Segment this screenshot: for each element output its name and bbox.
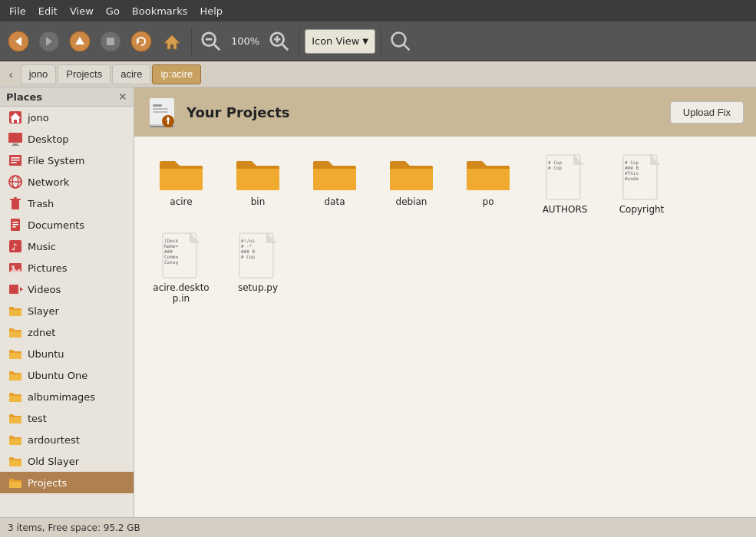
sidebar-item-trash[interactable]: Trash (0, 193, 134, 214)
svg-marker-10 (164, 35, 180, 49)
sidebar-label-projects: Projects (28, 477, 67, 489)
file-item-copyright[interactable]: # Cop ### B #This #unde Copyright (607, 149, 676, 219)
sidebar-item-network[interactable]: Network (0, 171, 134, 193)
content-header: Your Projects Upload Fix (134, 87, 756, 137)
folder-icon-old-slayer (8, 453, 23, 469)
sidebar-item-jono[interactable]: jono (0, 107, 134, 128)
svg-point-42 (12, 265, 15, 268)
folder-label-po: po (483, 196, 494, 207)
folder-item-debian[interactable]: debian (377, 149, 446, 219)
menu-edit[interactable]: Edit (32, 4, 64, 18)
sidebar-header-label: Places (6, 91, 42, 103)
svg-text:Comme: Comme (164, 254, 178, 259)
files-grid: acire bin data (134, 137, 756, 321)
sidebar-close-button[interactable]: ✕ (118, 91, 127, 103)
sidebar-item-projects[interactable]: Projects (0, 472, 134, 493)
folder-item-po[interactable]: po (454, 149, 523, 219)
up-button[interactable] (66, 28, 94, 55)
toolbar: 100% Icon View ▼ (0, 21, 756, 61)
menu-go[interactable]: Go (100, 4, 126, 18)
svg-text:Categ: Categ (164, 259, 178, 265)
svg-rect-50 (153, 108, 168, 110)
sidebar-item-documents[interactable]: Documents (0, 214, 134, 236)
music-icon: ♪ (8, 239, 23, 254)
svg-point-18 (392, 32, 406, 46)
svg-rect-44 (9, 285, 18, 294)
locationbar: ‹ jono Projects acire ip:acire (0, 61, 756, 87)
folder-icon-data (312, 153, 358, 193)
sidebar-item-old-slayer[interactable]: Old Slayer (0, 450, 134, 472)
breadcrumb-jono[interactable]: jono (21, 64, 57, 84)
folder-icon-bin (235, 153, 281, 193)
sidebar-item-music[interactable]: ♪ Music (0, 236, 134, 257)
doc-icon-copyright: # Cop ### B #This #unde (622, 153, 662, 201)
svg-text:# -*: # -* (241, 243, 253, 249)
back-nav-button[interactable]: ‹ (3, 65, 19, 84)
file-item-acire-desktop[interactable]: [Desk Name= ### Comme Categ acire.deskto… (147, 227, 216, 308)
reload-button[interactable] (127, 28, 155, 55)
folder-item-data[interactable]: data (300, 149, 369, 219)
file-item-setup-py[interactable]: #!/us # -* ### B # Cop setup.py (223, 227, 292, 308)
sidebar-item-videos[interactable]: Videos (0, 278, 134, 300)
folder-icon-acire (158, 153, 204, 193)
file-label-copyright: Copyright (619, 204, 665, 215)
sidebar-item-desktop[interactable]: Desktop (0, 128, 134, 150)
sidebar-item-ardourtest[interactable]: ardourtest (0, 429, 134, 450)
sidebar-item-pictures[interactable]: Pictures (0, 257, 134, 278)
svg-rect-26 (11, 157, 20, 159)
svg-text:###: ### (164, 249, 173, 254)
sidebar-label-slayer: Slayer (28, 305, 59, 317)
sidebar-item-ubuntu[interactable]: Ubuntu (0, 343, 134, 364)
file-label-acire-desktop: acire.desktop.in (151, 282, 211, 304)
sidebar-label-network: Network (28, 176, 69, 188)
menu-help[interactable]: Help (193, 4, 229, 18)
sidebar-item-test[interactable]: test (0, 407, 134, 429)
folder-item-bin[interactable]: bin (223, 149, 292, 219)
menu-view[interactable]: View (64, 4, 100, 18)
file-item-authors[interactable]: # Cop # Cop AUTHORS (530, 149, 599, 219)
projects-header-icon (147, 95, 177, 129)
svg-text:♪: ♪ (12, 242, 18, 252)
svg-line-13 (214, 44, 220, 50)
sidebar-item-albumimages[interactable]: albumimages (0, 386, 134, 407)
zoom-out-button[interactable] (197, 28, 225, 55)
doc-icon-authors: # Cop # Cop (545, 153, 585, 201)
toolbar-separator-3 (381, 28, 381, 55)
statusbar: 3 items, Free space: 95.2 GB (0, 517, 756, 537)
sidebar-label-test: test (28, 413, 47, 424)
folder-icon-zdnet (8, 325, 23, 340)
folder-label-bin: bin (251, 196, 266, 207)
sidebar-header: Places ✕ (0, 87, 134, 107)
videos-icon (8, 282, 23, 297)
menu-file[interactable]: File (3, 4, 32, 18)
home-button[interactable] (158, 28, 186, 55)
breadcrumb-acire[interactable]: acire (112, 64, 150, 84)
back-button[interactable] (5, 28, 32, 55)
stop-button[interactable] (97, 28, 124, 55)
upload-fix-button[interactable]: Upload Fix (670, 101, 744, 124)
svg-text:### B: ### B (241, 249, 255, 254)
view-select[interactable]: Icon View ▼ (305, 29, 375, 54)
sidebar-item-ubuntu-one[interactable]: Ubuntu One (0, 364, 134, 386)
svg-rect-49 (153, 104, 162, 107)
breadcrumb-projects[interactable]: Projects (58, 64, 111, 84)
svg-rect-28 (11, 162, 17, 163)
folder-icon-ubuntu (8, 346, 23, 361)
sidebar-item-slayer[interactable]: Slayer (0, 300, 134, 321)
folder-item-acire[interactable]: acire (147, 149, 216, 219)
documents-icon (8, 217, 23, 232)
breadcrumb-ip-acire[interactable]: ip:acire (152, 64, 201, 84)
sidebar-item-filesystem[interactable]: File System (0, 150, 134, 171)
sidebar-label-old-slayer: Old Slayer (28, 456, 79, 467)
forward-button[interactable] (35, 28, 63, 55)
filesystem-icon (8, 153, 23, 168)
svg-text:#unde: #unde (625, 176, 639, 181)
search-button[interactable] (387, 28, 414, 55)
menu-bookmarks[interactable]: Bookmarks (126, 4, 194, 18)
folder-icon-albumimages (8, 389, 23, 404)
sidebar-item-zdnet[interactable]: zdnet (0, 321, 134, 343)
sidebar-label-zdnet: zdnet (28, 327, 55, 338)
zoom-in-button[interactable] (266, 28, 293, 55)
toolbar-separator-2 (299, 28, 299, 55)
svg-text:# Cop: # Cop (241, 254, 255, 260)
